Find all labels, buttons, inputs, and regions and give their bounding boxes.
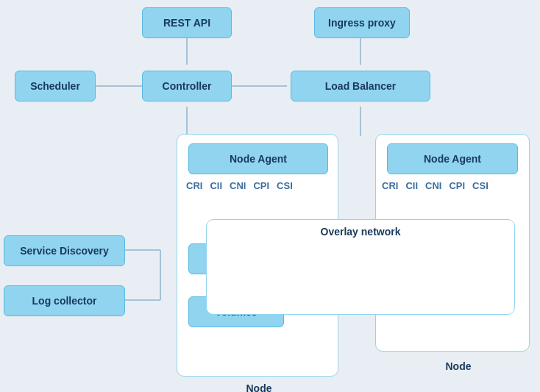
cni-label-left: CNI	[230, 180, 246, 191]
cri-label-right: CRI	[382, 180, 398, 191]
overlay-network-container: Overlay network	[206, 219, 515, 315]
cii-label-left: CII	[210, 180, 222, 191]
cri-label-left: CRI	[186, 180, 202, 191]
controller-box: Controller	[142, 71, 232, 101]
node-agent-left-box: Node Agent	[188, 143, 328, 174]
interface-labels-right: CRI CII CNI CPI CSI	[382, 180, 489, 191]
csi-label-left: CSI	[277, 180, 293, 191]
rest-api-box: REST API	[142, 7, 232, 38]
cii-label-right: CII	[405, 180, 418, 191]
architecture-diagram: REST API Ingress proxy Scheduler Control…	[0, 0, 540, 392]
scheduler-box: Scheduler	[15, 71, 96, 101]
cpi-label-left: CPI	[253, 180, 269, 191]
interface-labels-left: CRI CII CNI CPI CSI	[186, 180, 293, 191]
overlay-network-label: Overlay network	[207, 226, 514, 238]
ingress-proxy-box: Ingress proxy	[314, 7, 410, 38]
csi-label-right: CSI	[472, 180, 489, 191]
node-right-label: Node	[425, 360, 491, 372]
load-balancer-box: Load Balancer	[291, 71, 430, 101]
cpi-label-right: CPI	[449, 180, 465, 191]
cni-label-right: CNI	[425, 180, 441, 191]
node-left-label: Node	[226, 382, 292, 392]
service-discovery-box: Service Discovery	[4, 235, 125, 266]
log-collector-box: Log collector	[4, 285, 125, 316]
node-agent-right-box: Node Agent	[387, 143, 518, 174]
